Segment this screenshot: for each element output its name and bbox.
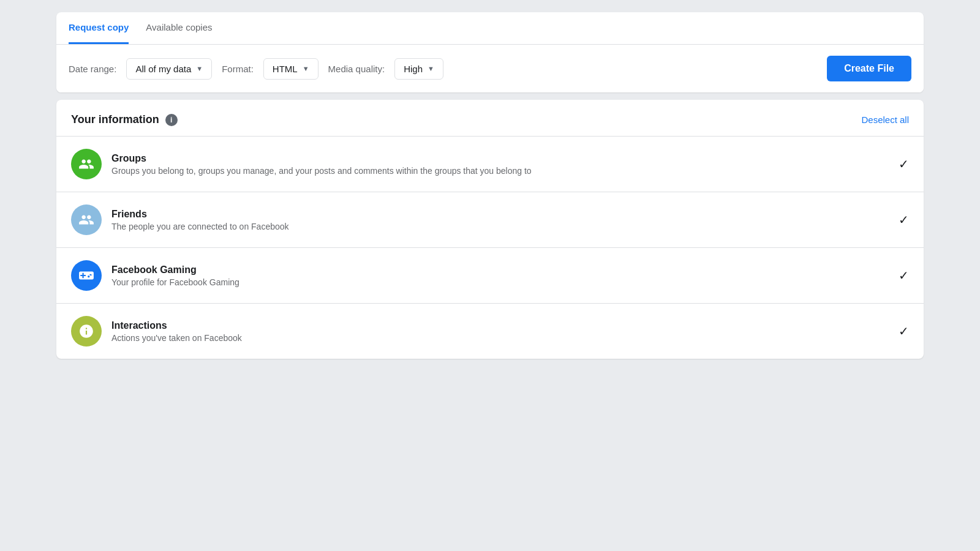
media-quality-label: Media quality: [328, 64, 385, 74]
list-item: Interactions Actions you've taken on Fac… [56, 304, 924, 359]
gaming-checkbox[interactable]: ✓ [899, 268, 909, 283]
page-container: Request copy Available copies Date range… [44, 0, 936, 551]
friends-content: Friends The people you are connected to … [111, 209, 889, 231]
media-quality-value: High [404, 64, 423, 74]
groups-content: Groups Groups you belong to, groups you … [111, 153, 889, 176]
media-quality-dropdown[interactable]: High ▼ [394, 58, 443, 80]
information-card: Your information i Deselect all Groups G… [56, 100, 924, 359]
format-chevron-icon: ▼ [303, 65, 309, 72]
create-file-button[interactable]: Create File [827, 56, 911, 81]
groups-title: Groups [111, 153, 889, 164]
date-range-dropdown[interactable]: All of my data ▼ [126, 58, 212, 80]
interactions-checkbox[interactable]: ✓ [899, 324, 909, 339]
friends-title: Friends [111, 209, 889, 220]
list-item: Facebook Gaming Your profile for Faceboo… [56, 248, 924, 304]
interactions-icon [71, 316, 102, 347]
media-quality-chevron-icon: ▼ [428, 65, 434, 72]
gaming-description: Your profile for Facebook Gaming [111, 277, 889, 287]
info-icon[interactable]: i [165, 114, 178, 126]
gaming-content: Facebook Gaming Your profile for Faceboo… [111, 264, 889, 287]
friends-description: The people you are connected to on Faceb… [111, 222, 889, 231]
date-range-value: All of my data [135, 64, 191, 74]
groups-icon [71, 149, 102, 179]
date-range-chevron-icon: ▼ [196, 65, 203, 72]
interactions-content: Interactions Actions you've taken on Fac… [111, 320, 889, 343]
format-label: Format: [222, 64, 254, 74]
format-dropdown[interactable]: HTML ▼ [263, 58, 318, 80]
interactions-description: Actions you've taken on Facebook [111, 333, 889, 343]
groups-description: Groups you belong to, groups you manage,… [111, 166, 889, 176]
list-item: Groups Groups you belong to, groups you … [56, 137, 924, 192]
groups-checkbox[interactable]: ✓ [899, 157, 909, 171]
tab-available-copies[interactable]: Available copies [146, 12, 212, 44]
date-range-label: Date range: [69, 64, 116, 74]
filter-bar: Date range: All of my data ▼ Format: HTM… [56, 45, 924, 92]
friends-checkbox[interactable]: ✓ [899, 212, 909, 227]
section-title-text: Your information [71, 113, 159, 126]
tabs-card: Request copy Available copies Date range… [56, 12, 924, 92]
tab-bar: Request copy Available copies [56, 12, 924, 45]
section-title-group: Your information i [71, 113, 178, 126]
deselect-all-button[interactable]: Deselect all [861, 114, 909, 125]
list-item: Friends The people you are connected to … [56, 192, 924, 248]
interactions-title: Interactions [111, 320, 889, 331]
tab-request-copy[interactable]: Request copy [69, 12, 129, 44]
gaming-title: Facebook Gaming [111, 264, 889, 276]
section-header: Your information i Deselect all [56, 100, 924, 137]
format-value: HTML [273, 64, 298, 74]
friends-icon [71, 204, 102, 235]
gaming-icon [71, 260, 102, 291]
